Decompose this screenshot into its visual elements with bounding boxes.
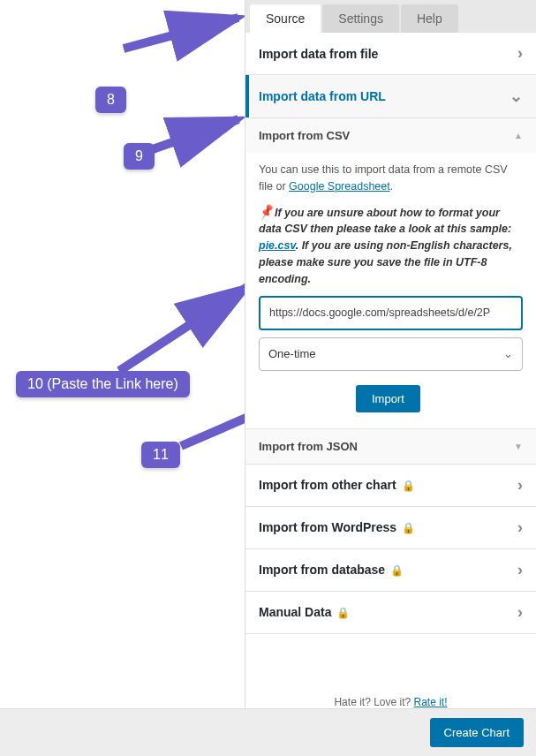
pie-csv-link[interactable]: pie.csv: [259, 239, 296, 252]
csv-description: You can use this to import data from a r…: [259, 162, 523, 195]
sub-label: Import from JSON: [259, 440, 358, 453]
tab-source[interactable]: Source: [250, 4, 321, 33]
accordion-import-file[interactable]: Import data from file ›: [245, 33, 536, 75]
acc-label: Import from database🔒: [259, 563, 404, 577]
google-spreadsheet-link[interactable]: Google Spreadsheet: [289, 180, 390, 193]
frequency-select[interactable]: One-time ⌄: [259, 337, 523, 371]
bottom-bar: Create Chart: [0, 708, 536, 756]
callout-9: 9: [124, 143, 155, 170]
triangle-up-icon: ▲: [514, 131, 523, 140]
accordion-import-other-chart[interactable]: Import from other chart🔒 ›: [245, 465, 536, 507]
acc-label: Import from other chart🔒: [259, 478, 415, 492]
csv-body: You can use this to import data from a r…: [245, 153, 536, 428]
tab-help[interactable]: Help: [401, 4, 458, 33]
triangle-down-icon: ▼: [514, 442, 523, 451]
import-button[interactable]: Import: [356, 385, 420, 412]
accordion-import-url[interactable]: Import data from URL ⌄: [245, 75, 536, 118]
lock-icon: 🔒: [402, 522, 415, 534]
url-input[interactable]: https://docs.google.com/spreadsheets/d/e…: [259, 296, 523, 330]
chevron-right-icon: ›: [517, 44, 523, 63]
callout-10: 10 (Paste the Link here): [16, 371, 190, 397]
accordion-manual-data[interactable]: Manual Data🔒 ›: [245, 592, 536, 634]
callout-8: 8: [95, 87, 126, 113]
settings-panel: Source Settings Help Import data from fi…: [245, 0, 536, 730]
rate-it-link[interactable]: Rate it!: [414, 696, 448, 708]
chevron-right-icon: ›: [517, 476, 523, 495]
accordion-import-wordpress[interactable]: Import from WordPress🔒 ›: [245, 507, 536, 549]
chevron-down-icon: ⌄: [503, 345, 513, 363]
svg-line-1: [124, 18, 238, 49]
pin-icon: 📌: [256, 201, 276, 223]
lock-icon: 🔒: [336, 607, 350, 619]
chevron-right-icon: ›: [517, 561, 523, 579]
tab-settings[interactable]: Settings: [322, 4, 399, 33]
acc-label: Import data from file: [259, 47, 378, 61]
lock-icon: 🔒: [390, 564, 404, 577]
create-chart-button[interactable]: Create Chart: [430, 718, 524, 747]
svg-line-5: [119, 287, 247, 371]
csv-tip: 📌If you are unsure about how to format y…: [259, 204, 523, 288]
sub-header-csv[interactable]: Import from CSV ▲: [245, 118, 536, 153]
acc-label: Import data from URL: [259, 89, 386, 103]
accordion-import-database[interactable]: Import from database🔒 ›: [245, 549, 536, 592]
lock-icon: 🔒: [402, 480, 415, 492]
chevron-right-icon: ›: [517, 518, 523, 537]
svg-line-3: [150, 119, 238, 150]
tab-bar: Source Settings Help: [245, 0, 536, 33]
select-value: One-time: [268, 345, 315, 363]
chevron-down-icon: ⌄: [510, 87, 523, 106]
callout-11: 11: [141, 442, 180, 468]
acc-label: Manual Data🔒: [259, 605, 350, 619]
sub-import-json[interactable]: Import from JSON ▼: [245, 429, 536, 465]
sub-label: Import from CSV: [259, 129, 350, 142]
chevron-right-icon: ›: [517, 603, 523, 622]
sub-import-csv: Import from CSV ▲ You can use this to im…: [245, 118, 536, 429]
acc-label: Import from WordPress🔒: [259, 520, 415, 534]
